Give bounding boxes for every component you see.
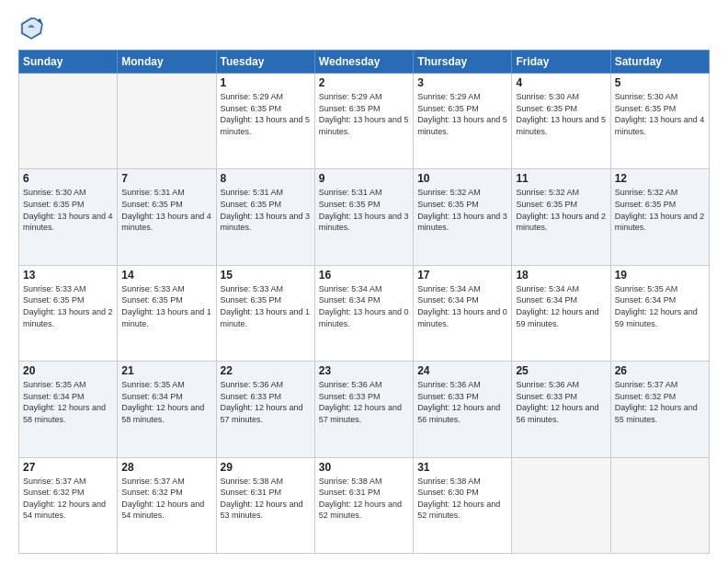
calendar-cell: 3Sunrise: 5:29 AM Sunset: 6:35 PM Daylig… bbox=[414, 74, 512, 169]
day-info: Sunrise: 5:30 AM Sunset: 6:35 PM Dayligh… bbox=[615, 91, 705, 137]
day-number: 5 bbox=[615, 76, 705, 89]
day-number: 20 bbox=[23, 364, 113, 377]
day-info: Sunrise: 5:33 AM Sunset: 6:35 PM Dayligh… bbox=[221, 283, 311, 329]
calendar-cell: 15Sunrise: 5:33 AM Sunset: 6:35 PM Dayli… bbox=[216, 265, 314, 361]
calendar-cell: 23Sunrise: 5:36 AM Sunset: 6:33 PM Dayli… bbox=[314, 362, 413, 457]
calendar-cell: 17Sunrise: 5:34 AM Sunset: 6:34 PM Dayli… bbox=[414, 265, 512, 361]
day-info: Sunrise: 5:35 AM Sunset: 6:34 PM Dayligh… bbox=[615, 283, 705, 329]
day-number: 24 bbox=[417, 364, 507, 377]
weekday-header-saturday: Saturday bbox=[610, 51, 709, 74]
calendar-cell: 9Sunrise: 5:31 AM Sunset: 6:35 PM Daylig… bbox=[314, 169, 413, 265]
day-info: Sunrise: 5:30 AM Sunset: 6:35 PM Dayligh… bbox=[516, 91, 606, 137]
calendar-cell: 4Sunrise: 5:30 AM Sunset: 6:35 PM Daylig… bbox=[512, 74, 610, 169]
calendar-cell: 5Sunrise: 5:30 AM Sunset: 6:35 PM Daylig… bbox=[610, 74, 709, 169]
calendar-table: SundayMondayTuesdayWednesdayThursdayFrid… bbox=[18, 50, 710, 554]
calendar-cell: 16Sunrise: 5:34 AM Sunset: 6:34 PM Dayli… bbox=[314, 265, 413, 361]
day-info: Sunrise: 5:36 AM Sunset: 6:33 PM Dayligh… bbox=[516, 379, 606, 425]
calendar-cell: 14Sunrise: 5:33 AM Sunset: 6:35 PM Dayli… bbox=[118, 265, 216, 361]
day-number: 4 bbox=[516, 76, 606, 89]
day-info: Sunrise: 5:31 AM Sunset: 6:35 PM Dayligh… bbox=[121, 187, 211, 233]
calendar-week-row: 20Sunrise: 5:35 AM Sunset: 6:34 PM Dayli… bbox=[19, 362, 710, 457]
calendar-cell: 22Sunrise: 5:36 AM Sunset: 6:33 PM Dayli… bbox=[216, 362, 314, 457]
day-number: 1 bbox=[221, 76, 311, 89]
calendar-cell bbox=[512, 457, 610, 553]
calendar-cell: 2Sunrise: 5:29 AM Sunset: 6:35 PM Daylig… bbox=[314, 74, 413, 169]
calendar-cell: 11Sunrise: 5:32 AM Sunset: 6:35 PM Dayli… bbox=[512, 169, 610, 265]
day-number: 23 bbox=[319, 364, 409, 377]
day-info: Sunrise: 5:35 AM Sunset: 6:34 PM Dayligh… bbox=[121, 379, 211, 425]
day-info: Sunrise: 5:37 AM Sunset: 6:32 PM Dayligh… bbox=[23, 476, 113, 522]
weekday-header-thursday: Thursday bbox=[414, 51, 512, 74]
day-info: Sunrise: 5:36 AM Sunset: 6:33 PM Dayligh… bbox=[417, 379, 507, 425]
day-info: Sunrise: 5:38 AM Sunset: 6:31 PM Dayligh… bbox=[319, 476, 409, 522]
calendar-cell: 27Sunrise: 5:37 AM Sunset: 6:32 PM Dayli… bbox=[19, 457, 118, 553]
weekday-header-wednesday: Wednesday bbox=[314, 51, 413, 74]
logo bbox=[18, 15, 48, 40]
day-number: 15 bbox=[221, 269, 311, 282]
day-number: 21 bbox=[121, 364, 211, 377]
day-info: Sunrise: 5:32 AM Sunset: 6:35 PM Dayligh… bbox=[516, 187, 606, 233]
page: SundayMondayTuesdayWednesdayThursdayFrid… bbox=[0, 0, 728, 563]
day-info: Sunrise: 5:38 AM Sunset: 6:31 PM Dayligh… bbox=[221, 476, 311, 522]
calendar-cell: 20Sunrise: 5:35 AM Sunset: 6:34 PM Dayli… bbox=[19, 362, 118, 457]
day-info: Sunrise: 5:29 AM Sunset: 6:35 PM Dayligh… bbox=[221, 91, 311, 137]
calendar-cell: 29Sunrise: 5:38 AM Sunset: 6:31 PM Dayli… bbox=[216, 457, 314, 553]
calendar-cell: 18Sunrise: 5:34 AM Sunset: 6:34 PM Dayli… bbox=[512, 265, 610, 361]
day-info: Sunrise: 5:34 AM Sunset: 6:34 PM Dayligh… bbox=[319, 283, 409, 329]
day-info: Sunrise: 5:31 AM Sunset: 6:35 PM Dayligh… bbox=[221, 187, 311, 233]
day-info: Sunrise: 5:33 AM Sunset: 6:35 PM Dayligh… bbox=[121, 283, 211, 329]
calendar-cell: 19Sunrise: 5:35 AM Sunset: 6:34 PM Dayli… bbox=[610, 265, 709, 361]
weekday-header-tuesday: Tuesday bbox=[216, 51, 314, 74]
calendar-week-row: 13Sunrise: 5:33 AM Sunset: 6:35 PM Dayli… bbox=[19, 265, 710, 361]
header bbox=[18, 15, 710, 40]
calendar-cell: 26Sunrise: 5:37 AM Sunset: 6:32 PM Dayli… bbox=[610, 362, 709, 457]
calendar-cell: 28Sunrise: 5:37 AM Sunset: 6:32 PM Dayli… bbox=[118, 457, 216, 553]
calendar-week-row: 6Sunrise: 5:30 AM Sunset: 6:35 PM Daylig… bbox=[19, 169, 710, 265]
calendar-cell bbox=[19, 74, 118, 169]
weekday-header-friday: Friday bbox=[512, 51, 610, 74]
calendar-cell: 30Sunrise: 5:38 AM Sunset: 6:31 PM Dayli… bbox=[314, 457, 413, 553]
calendar-cell: 12Sunrise: 5:32 AM Sunset: 6:35 PM Dayli… bbox=[610, 169, 709, 265]
day-info: Sunrise: 5:29 AM Sunset: 6:35 PM Dayligh… bbox=[319, 91, 409, 137]
day-number: 7 bbox=[121, 172, 211, 185]
day-number: 11 bbox=[516, 172, 606, 185]
calendar-cell: 31Sunrise: 5:38 AM Sunset: 6:30 PM Dayli… bbox=[414, 457, 512, 553]
day-info: Sunrise: 5:32 AM Sunset: 6:35 PM Dayligh… bbox=[615, 187, 705, 233]
day-number: 29 bbox=[221, 461, 311, 474]
day-info: Sunrise: 5:35 AM Sunset: 6:34 PM Dayligh… bbox=[23, 379, 113, 425]
day-info: Sunrise: 5:30 AM Sunset: 6:35 PM Dayligh… bbox=[23, 187, 113, 233]
calendar-cell: 10Sunrise: 5:32 AM Sunset: 6:35 PM Dayli… bbox=[414, 169, 512, 265]
weekday-header-row: SundayMondayTuesdayWednesdayThursdayFrid… bbox=[19, 51, 710, 74]
calendar-cell: 25Sunrise: 5:36 AM Sunset: 6:33 PM Dayli… bbox=[512, 362, 610, 457]
day-number: 10 bbox=[417, 172, 507, 185]
day-info: Sunrise: 5:37 AM Sunset: 6:32 PM Dayligh… bbox=[615, 379, 705, 425]
calendar-cell bbox=[610, 457, 709, 553]
day-number: 8 bbox=[221, 172, 311, 185]
calendar-cell bbox=[118, 74, 216, 169]
day-number: 18 bbox=[516, 269, 606, 282]
weekday-header-sunday: Sunday bbox=[19, 51, 118, 74]
calendar-cell: 24Sunrise: 5:36 AM Sunset: 6:33 PM Dayli… bbox=[414, 362, 512, 457]
day-number: 17 bbox=[417, 269, 507, 282]
day-info: Sunrise: 5:37 AM Sunset: 6:32 PM Dayligh… bbox=[121, 476, 211, 522]
day-number: 3 bbox=[417, 76, 507, 89]
calendar-cell: 1Sunrise: 5:29 AM Sunset: 6:35 PM Daylig… bbox=[216, 74, 314, 169]
weekday-header-monday: Monday bbox=[118, 51, 216, 74]
day-info: Sunrise: 5:36 AM Sunset: 6:33 PM Dayligh… bbox=[319, 379, 409, 425]
calendar-week-row: 1Sunrise: 5:29 AM Sunset: 6:35 PM Daylig… bbox=[19, 74, 710, 169]
day-number: 12 bbox=[615, 172, 705, 185]
day-info: Sunrise: 5:31 AM Sunset: 6:35 PM Dayligh… bbox=[319, 187, 409, 233]
day-info: Sunrise: 5:32 AM Sunset: 6:35 PM Dayligh… bbox=[417, 187, 507, 233]
day-info: Sunrise: 5:33 AM Sunset: 6:35 PM Dayligh… bbox=[23, 283, 113, 329]
calendar-cell: 7Sunrise: 5:31 AM Sunset: 6:35 PM Daylig… bbox=[118, 169, 216, 265]
day-number: 14 bbox=[121, 269, 211, 282]
day-number: 6 bbox=[23, 172, 113, 185]
calendar-cell: 8Sunrise: 5:31 AM Sunset: 6:35 PM Daylig… bbox=[216, 169, 314, 265]
day-number: 19 bbox=[615, 269, 705, 282]
calendar-cell: 13Sunrise: 5:33 AM Sunset: 6:35 PM Dayli… bbox=[19, 265, 118, 361]
day-number: 31 bbox=[417, 461, 507, 474]
day-number: 30 bbox=[319, 461, 409, 474]
day-info: Sunrise: 5:38 AM Sunset: 6:30 PM Dayligh… bbox=[417, 476, 507, 522]
day-number: 27 bbox=[23, 461, 113, 474]
day-info: Sunrise: 5:34 AM Sunset: 6:34 PM Dayligh… bbox=[516, 283, 606, 329]
